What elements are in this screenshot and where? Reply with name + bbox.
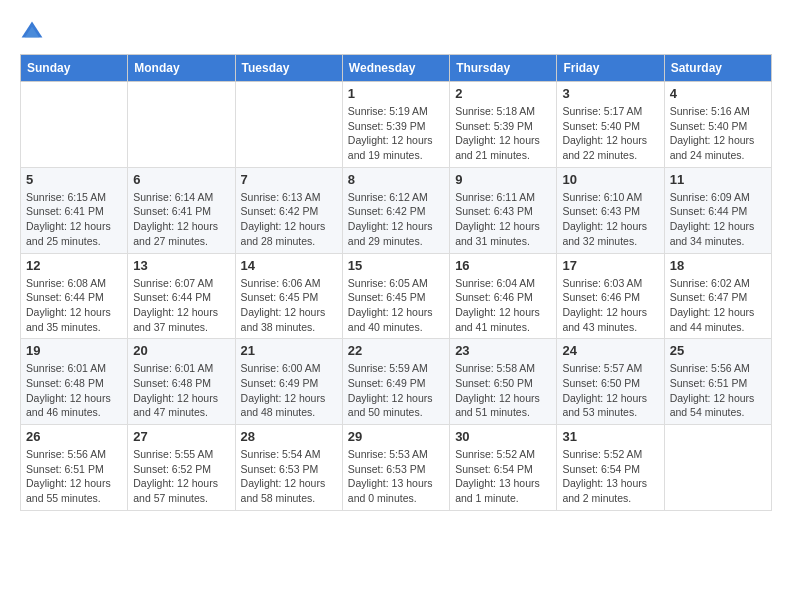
day-number: 15	[348, 258, 444, 273]
day-info: Sunrise: 6:11 AMSunset: 6:43 PMDaylight:…	[455, 190, 551, 249]
day-number: 3	[562, 86, 658, 101]
calendar-cell: 19Sunrise: 6:01 AMSunset: 6:48 PMDayligh…	[21, 339, 128, 425]
calendar-week-row: 26Sunrise: 5:56 AMSunset: 6:51 PMDayligh…	[21, 425, 772, 511]
calendar-cell: 2Sunrise: 5:18 AMSunset: 5:39 PMDaylight…	[450, 82, 557, 168]
day-info: Sunrise: 5:16 AMSunset: 5:40 PMDaylight:…	[670, 104, 766, 163]
calendar-cell: 30Sunrise: 5:52 AMSunset: 6:54 PMDayligh…	[450, 425, 557, 511]
calendar-cell: 14Sunrise: 6:06 AMSunset: 6:45 PMDayligh…	[235, 253, 342, 339]
calendar-cell: 3Sunrise: 5:17 AMSunset: 5:40 PMDaylight…	[557, 82, 664, 168]
day-info: Sunrise: 6:01 AMSunset: 6:48 PMDaylight:…	[133, 361, 229, 420]
day-number: 13	[133, 258, 229, 273]
calendar-cell: 29Sunrise: 5:53 AMSunset: 6:53 PMDayligh…	[342, 425, 449, 511]
day-number: 8	[348, 172, 444, 187]
day-info: Sunrise: 6:08 AMSunset: 6:44 PMDaylight:…	[26, 276, 122, 335]
day-number: 20	[133, 343, 229, 358]
day-number: 27	[133, 429, 229, 444]
day-header-saturday: Saturday	[664, 55, 771, 82]
logo	[20, 20, 52, 44]
day-info: Sunrise: 5:18 AMSunset: 5:39 PMDaylight:…	[455, 104, 551, 163]
calendar-cell: 7Sunrise: 6:13 AMSunset: 6:42 PMDaylight…	[235, 167, 342, 253]
calendar-cell	[664, 425, 771, 511]
day-info: Sunrise: 5:56 AMSunset: 6:51 PMDaylight:…	[670, 361, 766, 420]
day-number: 2	[455, 86, 551, 101]
page-header	[20, 20, 772, 44]
day-header-sunday: Sunday	[21, 55, 128, 82]
calendar-week-row: 12Sunrise: 6:08 AMSunset: 6:44 PMDayligh…	[21, 253, 772, 339]
calendar-cell: 26Sunrise: 5:56 AMSunset: 6:51 PMDayligh…	[21, 425, 128, 511]
day-info: Sunrise: 6:14 AMSunset: 6:41 PMDaylight:…	[133, 190, 229, 249]
calendar-cell: 13Sunrise: 6:07 AMSunset: 6:44 PMDayligh…	[128, 253, 235, 339]
day-info: Sunrise: 6:15 AMSunset: 6:41 PMDaylight:…	[26, 190, 122, 249]
calendar-cell: 28Sunrise: 5:54 AMSunset: 6:53 PMDayligh…	[235, 425, 342, 511]
day-header-tuesday: Tuesday	[235, 55, 342, 82]
day-number: 28	[241, 429, 337, 444]
day-number: 17	[562, 258, 658, 273]
calendar-cell: 15Sunrise: 6:05 AMSunset: 6:45 PMDayligh…	[342, 253, 449, 339]
day-number: 30	[455, 429, 551, 444]
day-info: Sunrise: 6:03 AMSunset: 6:46 PMDaylight:…	[562, 276, 658, 335]
day-info: Sunrise: 6:05 AMSunset: 6:45 PMDaylight:…	[348, 276, 444, 335]
day-info: Sunrise: 6:07 AMSunset: 6:44 PMDaylight:…	[133, 276, 229, 335]
calendar-cell: 18Sunrise: 6:02 AMSunset: 6:47 PMDayligh…	[664, 253, 771, 339]
day-info: Sunrise: 5:55 AMSunset: 6:52 PMDaylight:…	[133, 447, 229, 506]
day-number: 18	[670, 258, 766, 273]
day-header-wednesday: Wednesday	[342, 55, 449, 82]
calendar-week-row: 1Sunrise: 5:19 AMSunset: 5:39 PMDaylight…	[21, 82, 772, 168]
calendar-cell	[21, 82, 128, 168]
day-number: 26	[26, 429, 122, 444]
day-header-monday: Monday	[128, 55, 235, 82]
day-number: 12	[26, 258, 122, 273]
day-number: 7	[241, 172, 337, 187]
calendar-cell: 4Sunrise: 5:16 AMSunset: 5:40 PMDaylight…	[664, 82, 771, 168]
day-header-thursday: Thursday	[450, 55, 557, 82]
day-info: Sunrise: 5:17 AMSunset: 5:40 PMDaylight:…	[562, 104, 658, 163]
day-info: Sunrise: 6:01 AMSunset: 6:48 PMDaylight:…	[26, 361, 122, 420]
logo-icon	[20, 20, 44, 44]
day-info: Sunrise: 6:06 AMSunset: 6:45 PMDaylight:…	[241, 276, 337, 335]
calendar-cell: 21Sunrise: 6:00 AMSunset: 6:49 PMDayligh…	[235, 339, 342, 425]
day-number: 4	[670, 86, 766, 101]
day-info: Sunrise: 5:53 AMSunset: 6:53 PMDaylight:…	[348, 447, 444, 506]
day-info: Sunrise: 5:57 AMSunset: 6:50 PMDaylight:…	[562, 361, 658, 420]
day-number: 9	[455, 172, 551, 187]
day-info: Sunrise: 6:02 AMSunset: 6:47 PMDaylight:…	[670, 276, 766, 335]
calendar-cell	[235, 82, 342, 168]
day-info: Sunrise: 6:00 AMSunset: 6:49 PMDaylight:…	[241, 361, 337, 420]
day-number: 1	[348, 86, 444, 101]
day-info: Sunrise: 6:04 AMSunset: 6:46 PMDaylight:…	[455, 276, 551, 335]
calendar-cell: 25Sunrise: 5:56 AMSunset: 6:51 PMDayligh…	[664, 339, 771, 425]
calendar-cell: 8Sunrise: 6:12 AMSunset: 6:42 PMDaylight…	[342, 167, 449, 253]
day-info: Sunrise: 5:59 AMSunset: 6:49 PMDaylight:…	[348, 361, 444, 420]
day-number: 21	[241, 343, 337, 358]
calendar-cell: 11Sunrise: 6:09 AMSunset: 6:44 PMDayligh…	[664, 167, 771, 253]
calendar-cell: 31Sunrise: 5:52 AMSunset: 6:54 PMDayligh…	[557, 425, 664, 511]
day-number: 25	[670, 343, 766, 358]
calendar-cell: 20Sunrise: 6:01 AMSunset: 6:48 PMDayligh…	[128, 339, 235, 425]
day-info: Sunrise: 6:10 AMSunset: 6:43 PMDaylight:…	[562, 190, 658, 249]
calendar-cell: 5Sunrise: 6:15 AMSunset: 6:41 PMDaylight…	[21, 167, 128, 253]
day-info: Sunrise: 5:56 AMSunset: 6:51 PMDaylight:…	[26, 447, 122, 506]
calendar-week-row: 5Sunrise: 6:15 AMSunset: 6:41 PMDaylight…	[21, 167, 772, 253]
day-number: 19	[26, 343, 122, 358]
calendar-table: SundayMondayTuesdayWednesdayThursdayFrid…	[20, 54, 772, 511]
day-info: Sunrise: 6:13 AMSunset: 6:42 PMDaylight:…	[241, 190, 337, 249]
day-number: 22	[348, 343, 444, 358]
day-number: 6	[133, 172, 229, 187]
calendar-cell: 1Sunrise: 5:19 AMSunset: 5:39 PMDaylight…	[342, 82, 449, 168]
day-info: Sunrise: 5:19 AMSunset: 5:39 PMDaylight:…	[348, 104, 444, 163]
calendar-cell: 24Sunrise: 5:57 AMSunset: 6:50 PMDayligh…	[557, 339, 664, 425]
calendar-cell: 9Sunrise: 6:11 AMSunset: 6:43 PMDaylight…	[450, 167, 557, 253]
calendar-header-row: SundayMondayTuesdayWednesdayThursdayFrid…	[21, 55, 772, 82]
day-info: Sunrise: 5:52 AMSunset: 6:54 PMDaylight:…	[455, 447, 551, 506]
calendar-cell: 10Sunrise: 6:10 AMSunset: 6:43 PMDayligh…	[557, 167, 664, 253]
calendar-week-row: 19Sunrise: 6:01 AMSunset: 6:48 PMDayligh…	[21, 339, 772, 425]
calendar-cell	[128, 82, 235, 168]
day-number: 16	[455, 258, 551, 273]
calendar-cell: 17Sunrise: 6:03 AMSunset: 6:46 PMDayligh…	[557, 253, 664, 339]
calendar-cell: 27Sunrise: 5:55 AMSunset: 6:52 PMDayligh…	[128, 425, 235, 511]
day-number: 31	[562, 429, 658, 444]
day-info: Sunrise: 5:54 AMSunset: 6:53 PMDaylight:…	[241, 447, 337, 506]
day-info: Sunrise: 5:52 AMSunset: 6:54 PMDaylight:…	[562, 447, 658, 506]
day-info: Sunrise: 5:58 AMSunset: 6:50 PMDaylight:…	[455, 361, 551, 420]
calendar-cell: 16Sunrise: 6:04 AMSunset: 6:46 PMDayligh…	[450, 253, 557, 339]
